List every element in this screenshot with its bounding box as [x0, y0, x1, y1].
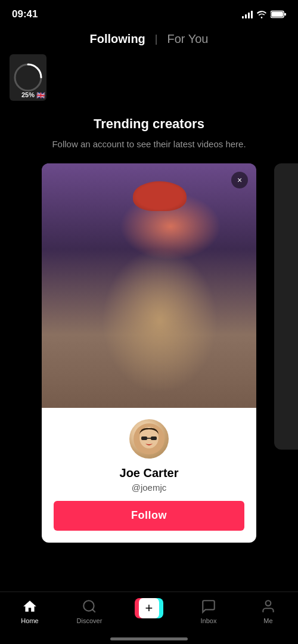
me-icon [260, 598, 277, 615]
follow-button[interactable]: Follow [54, 501, 244, 531]
svg-line-11 [92, 609, 95, 612]
battery-icon [271, 10, 286, 18]
home-indicator [110, 637, 188, 640]
svg-rect-2 [271, 12, 283, 17]
create-button[interactable]: + [135, 598, 163, 618]
plus-symbol: + [145, 602, 153, 615]
svg-rect-8 [151, 436, 157, 440]
story-progress-percent: 25% [21, 91, 35, 98]
svg-rect-1 [284, 13, 286, 16]
progress-ring-svg [12, 61, 44, 94]
status-time: 09:41 [12, 8, 38, 20]
svg-rect-7 [141, 436, 147, 440]
signal-icon [242, 10, 253, 18]
inbox-icon [200, 598, 217, 615]
avatar-placeholder [129, 419, 169, 459]
close-x: × [237, 176, 242, 184]
avatar-svg [134, 423, 164, 454]
status-icons [242, 10, 286, 18]
red-beret [133, 181, 187, 211]
nav-foryou[interactable]: For You [167, 32, 209, 46]
home-icon [21, 598, 38, 615]
creator-cards-container: × [0, 163, 298, 543]
trending-section: Trending creators Follow an account to s… [0, 110, 298, 163]
nav-divider: | [155, 33, 158, 45]
card-video-area: × [42, 163, 256, 450]
stories-row: 25% 🇬🇧 [0, 54, 298, 110]
trending-subtitle: Follow an account to see their latest vi… [18, 138, 280, 151]
nav-home-label: Home [21, 617, 38, 624]
svg-point-12 [266, 600, 271, 606]
svg-point-10 [83, 600, 94, 611]
nav-me-label: Me [263, 617, 272, 624]
wifi-icon [256, 10, 267, 18]
status-bar: 09:41 [0, 0, 298, 26]
trending-title: Trending creators [18, 116, 280, 132]
top-nav: Following | For You [0, 26, 298, 54]
nav-following[interactable]: Following [90, 32, 145, 46]
bottom-nav: Home Discover + Inbox [0, 592, 298, 644]
story-item[interactable]: 25% 🇬🇧 [10, 54, 46, 101]
creator-handle: @joemjc [132, 482, 167, 493]
creator-card: × [42, 163, 256, 543]
nav-item-inbox[interactable]: Inbox [179, 598, 238, 624]
creator-card-peek [274, 163, 298, 450]
nav-item-home[interactable]: Home [0, 598, 60, 624]
creator-avatar[interactable] [128, 417, 170, 460]
card-bottom: Joe Carter @joemjc Follow [42, 408, 256, 543]
nav-item-create[interactable]: + [119, 598, 179, 618]
discover-icon [81, 598, 98, 615]
nav-item-me[interactable]: Me [238, 598, 298, 624]
nav-inbox-label: Inbox [201, 617, 217, 624]
creator-name: Joe Carter [120, 466, 179, 480]
story-flag: 🇬🇧 [36, 91, 45, 100]
nav-item-discover[interactable]: Discover [60, 598, 119, 624]
card-close-button[interactable]: × [231, 172, 248, 188]
nav-discover-label: Discover [77, 617, 103, 624]
